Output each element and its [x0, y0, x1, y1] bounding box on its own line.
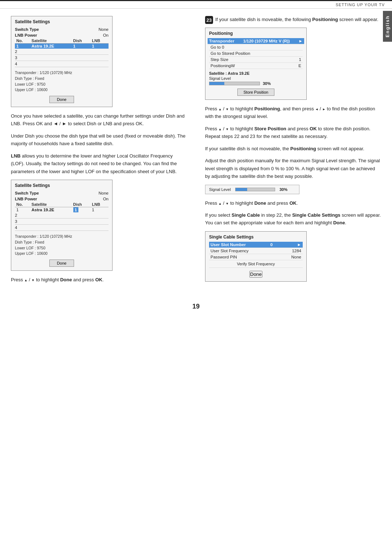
- transponder-arrow-icon: ►: [299, 39, 303, 43]
- col-dish-1: Dish: [72, 38, 91, 44]
- single-cable-title: Single Cable Settings: [209, 234, 303, 240]
- cell-lnb-1-3: [90, 55, 109, 61]
- para-positioning-1: Press / to highlight Positioning, and th…: [205, 105, 381, 121]
- left-column: Satellite Settings Switch Type None LNB …: [11, 16, 191, 288]
- table-row-2-1: 1 Astra 19.2E 1 1: [15, 207, 109, 213]
- verify-slot-row: Verify Slot Frequency: [209, 260, 303, 268]
- satellite-settings-title-2: Satellite Settings: [15, 183, 109, 188]
- col-lnb-2: LNB: [90, 202, 109, 207]
- step-23-text: If your satellite dish is moveable, the …: [215, 16, 381, 24]
- table-row-2-3: 3: [15, 219, 109, 225]
- single-cable-settings-box: Single Cable Settings User Slot Number 0…: [205, 231, 307, 282]
- right-column: 23 If your satellite dish is moveable, t…: [201, 16, 381, 288]
- cell-dish-1-4: [72, 61, 91, 67]
- lnb-power-label-1: LNB Power: [15, 33, 37, 37]
- user-slot-arrow-icon: ►: [297, 242, 301, 247]
- goto-0-label: Go to 0: [211, 45, 224, 49]
- signal-standalone-label: Signal Level: [209, 187, 231, 192]
- col-no-2: No.: [15, 202, 30, 207]
- step-23-header: 23 If your satellite dish is moveable, t…: [205, 16, 381, 24]
- cell-sat-2-1: Astra 19.2E: [30, 207, 72, 213]
- cell-no-1-2: 2: [15, 49, 30, 55]
- step-size-val: 1: [299, 57, 301, 62]
- lnb-bold: LNB: [11, 153, 21, 159]
- cell-dish-2-3: [72, 219, 91, 225]
- cell-dish-1-2: [72, 49, 91, 55]
- lnb-power-row-1: LNB Power On: [15, 32, 109, 38]
- header-title: SETTING UP YOUR TV: [336, 3, 385, 7]
- cell-no-2-2: 2: [15, 212, 30, 219]
- user-slot-label: User Slot Number: [211, 242, 246, 247]
- signal-standalone: Signal Level 30%: [205, 185, 299, 194]
- cell-lnb-2-1: 1: [90, 207, 109, 213]
- done-button-1[interactable]: Done: [49, 96, 74, 103]
- left-arrow-icon-r1: [315, 106, 318, 111]
- satellite-settings-box-2: Satellite Settings Switch Type None LNB …: [11, 180, 113, 271]
- switch-type-row-2: Switch Type None: [15, 190, 109, 196]
- done-btn-row-2: Done: [15, 260, 109, 267]
- up-arrow-icon-r2: [219, 126, 222, 131]
- para-lnb: LNB allows you to determine the lower an…: [11, 152, 187, 175]
- cell-lnb-2-4: [90, 225, 109, 231]
- user-slot-number-row: User Slot Number 0 ►: [209, 242, 303, 248]
- cell-no-1-3: 3: [15, 55, 30, 61]
- signal-standalone-pct: 30%: [279, 187, 287, 192]
- cell-dish-1-3: [72, 55, 91, 61]
- col-lnb-1: LNB: [90, 38, 109, 44]
- col-satellite-2: Satellite: [30, 202, 72, 207]
- step-23-circle: 23: [205, 16, 213, 24]
- para-done-left: Press / to highlight Done and press OK.: [11, 276, 187, 283]
- satellite-table-1: No. Satellite Dish LNB 1 Astra 19.2E 1 1…: [15, 38, 109, 67]
- goto-0-row: Go to 0: [209, 44, 303, 50]
- positioning-e: E: [235, 64, 301, 68]
- cell-no-2-4: 4: [15, 225, 30, 231]
- table-row-1-2: 2: [15, 49, 109, 55]
- signal-bar: 30%: [209, 81, 303, 86]
- cell-sat-1-3: [30, 55, 72, 61]
- satellite-info-2: Transponder : 1/120 (10729) MHz Dish Typ…: [15, 234, 109, 257]
- down-arrow-icon-r3: [226, 200, 229, 206]
- signal-pct: 30%: [263, 81, 271, 86]
- switch-type-label-1: Switch Type: [15, 27, 39, 32]
- password-pin-val: None: [291, 255, 302, 259]
- store-btn-row: Store Position: [209, 89, 303, 96]
- goto-stored-label: Go to Stored Position: [211, 51, 250, 56]
- positioning-label: Positioning: [211, 64, 231, 68]
- language-tab: English: [383, 11, 392, 42]
- table-row-1-3: 3: [15, 55, 109, 61]
- cell-lnb-1-2: [90, 49, 109, 55]
- user-slot-freq-label: User Slot Frequency: [211, 249, 249, 253]
- cell-no-2-1: 1: [15, 207, 30, 213]
- step-size-row: Step Size 1: [209, 57, 303, 63]
- col-satellite-1: Satellite: [30, 38, 72, 44]
- transponder-row: Transponder 1/120 (10729 MHz V (R)) ►: [208, 38, 304, 44]
- satellite-settings-title-1: Satellite Settings: [15, 19, 109, 24]
- single-cable-done-button[interactable]: Done: [249, 271, 262, 278]
- switch-type-label-2: Switch Type: [15, 191, 39, 195]
- switch-type-row-1: Switch Type None: [15, 26, 109, 32]
- cell-lnb-1-4: [90, 61, 109, 67]
- step-size-label: Step Size: [211, 57, 228, 62]
- down-arrow-icon-r2: [226, 126, 229, 131]
- up-arrow-icon-r1: [219, 106, 222, 111]
- done-btn-row-1: Done: [15, 96, 109, 103]
- up-arrow-icon-left: [24, 277, 28, 282]
- positioning-w: W: [231, 64, 235, 68]
- cell-dish-2-4: [72, 225, 91, 231]
- cell-dish-2-2: [72, 212, 91, 219]
- user-slot-freq-val: 1284: [292, 249, 301, 253]
- para-adjust: Adjust the dish position manually for th…: [205, 157, 381, 180]
- done-button-2[interactable]: Done: [49, 260, 74, 267]
- user-slot-val: 0: [270, 242, 273, 247]
- cell-sat-1-2: [30, 49, 72, 55]
- store-position-button[interactable]: Store Position: [237, 89, 274, 96]
- table-row-2-4: 4: [15, 225, 109, 231]
- cell-dish-1-1: 1: [72, 44, 91, 49]
- signal-standalone-bar-bg: [235, 188, 275, 191]
- lnb-power-val-2: On: [103, 197, 109, 201]
- cell-lnb-2-3: [90, 219, 109, 225]
- signal-standalone-bar-fill: [236, 188, 247, 191]
- page-number: 19: [0, 295, 392, 314]
- verify-slot-label: Verify Slot Frequency: [237, 262, 275, 266]
- transponder-val: 1/120 (10729 MHz V (R)): [243, 39, 290, 43]
